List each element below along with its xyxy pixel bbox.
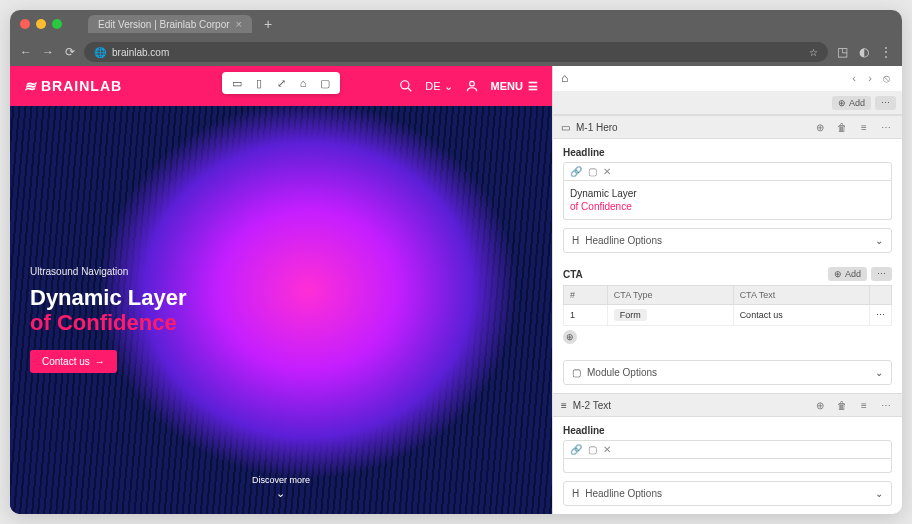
panel-actions: ⊕ Add ⋯: [553, 92, 902, 116]
panel-action-icon[interactable]: ›: [862, 72, 878, 84]
headline-text-line2: of Confidence: [570, 200, 885, 213]
delete-icon[interactable]: 🗑: [834, 400, 850, 411]
module-header[interactable]: ▭ M-1 Hero ⊕ 🗑 ≡ ⋯: [553, 115, 902, 139]
option-label: Headline Options: [585, 235, 662, 246]
cta-text-cell[interactable]: Contact us: [733, 305, 869, 326]
device-tablet-icon[interactable]: ▯: [252, 76, 266, 90]
rte-toolbar: 🔗 ▢ ✕: [563, 440, 892, 459]
device-desktop-icon[interactable]: ▭: [230, 76, 244, 90]
profile-icon[interactable]: ◐: [856, 44, 872, 60]
chevron-down-icon: ⌄: [875, 488, 883, 499]
col-type: CTA Type: [607, 286, 733, 305]
menu-label: MENU: [491, 80, 523, 92]
rte-link-icon[interactable]: 🔗: [570, 444, 582, 455]
module-header[interactable]: ≡ M-2 Text ⊕ 🗑 ≡ ⋯: [553, 393, 902, 417]
add-label: Add: [849, 98, 865, 108]
maximize-window[interactable]: [52, 19, 62, 29]
back-icon[interactable]: ←: [18, 44, 34, 60]
close-window[interactable]: [20, 19, 30, 29]
titlebar: Edit Version | Brainlab Corpor × +: [10, 10, 902, 38]
more-icon[interactable]: ⋯: [875, 96, 896, 110]
discover-label: Discover more: [252, 475, 310, 485]
headline-input[interactable]: Dynamic Layer of Confidence: [563, 181, 892, 220]
module-name: M-1 Hero: [576, 122, 618, 133]
add-label: Add: [845, 269, 861, 279]
cta-section-header: CTA ⊕ Add ⋯: [563, 267, 892, 281]
tab-title: Edit Version | Brainlab Corpor: [98, 19, 230, 30]
rte-clear-icon[interactable]: ✕: [603, 166, 611, 177]
headline-options-toggle[interactable]: H Headline Options ⌄: [563, 228, 892, 253]
module-options-toggle[interactable]: ▢ Module Options ⌄: [563, 360, 892, 385]
module-icon: ▢: [572, 367, 581, 378]
add-cta-button[interactable]: ⊕ Add: [828, 267, 867, 281]
more-icon[interactable]: ⋯: [871, 267, 892, 281]
stop-icon[interactable]: ⦸: [878, 72, 894, 85]
duplicate-icon[interactable]: ⊕: [812, 400, 828, 411]
language-selector[interactable]: DE ⌄: [425, 80, 452, 93]
device-fullscreen-icon[interactable]: ⤢: [274, 76, 288, 90]
home-icon[interactable]: ⌂: [561, 71, 568, 85]
hamburger-icon: ☰: [528, 80, 538, 93]
plus-icon: ⊕: [834, 269, 842, 279]
more-icon[interactable]: ⋯: [878, 122, 894, 133]
headline-options-toggle[interactable]: H Headline Options ⌄: [563, 481, 892, 506]
address-field[interactable]: 🌐 brainlab.com ☆: [84, 42, 828, 62]
page-preview: ▭ ▯ ⤢ ⌂ ▢ ≋ BRAINLAB DE ⌄: [10, 66, 552, 514]
extension-icon[interactable]: ◳: [834, 44, 850, 60]
row-more-icon[interactable]: ⋯: [870, 305, 892, 326]
minimize-window[interactable]: [36, 19, 46, 29]
rte-format-icon[interactable]: ▢: [588, 166, 597, 177]
chevron-down-icon: ⌄: [252, 487, 310, 500]
reload-icon[interactable]: ⟳: [62, 44, 78, 60]
menu-button[interactable]: MENU ☰: [491, 80, 538, 93]
field-label: Headline: [563, 147, 892, 158]
cta-type-tag[interactable]: Form: [614, 309, 647, 321]
table-row[interactable]: 1 Form Contact us ⋯: [564, 305, 892, 326]
hero-eyebrow: Ultrasound Navigation: [30, 266, 187, 277]
svg-line-1: [408, 88, 412, 92]
hero-cta-button[interactable]: Contact us →: [30, 350, 117, 373]
headline-line2: of Confidence: [30, 310, 187, 335]
forward-icon[interactable]: →: [40, 44, 56, 60]
headline-input[interactable]: [563, 459, 892, 473]
rte-link-icon[interactable]: 🔗: [570, 166, 582, 177]
chevron-down-icon: ⌄: [875, 367, 883, 378]
cta-table: # CTA Type CTA Text 1 Form Contact us ⋯: [563, 285, 892, 326]
brand-logo[interactable]: ≋ BRAINLAB: [24, 78, 122, 94]
rte-format-icon[interactable]: ▢: [588, 444, 597, 455]
cta-label: Contact us: [42, 356, 90, 367]
browser-tab[interactable]: Edit Version | Brainlab Corpor ×: [88, 15, 252, 33]
panel-action-icon[interactable]: ‹: [846, 72, 862, 84]
more-icon[interactable]: ⋯: [878, 400, 894, 411]
module-body: Headline 🔗 ▢ ✕ Dynamic Layer of Confiden…: [553, 139, 902, 393]
browser-window: Edit Version | Brainlab Corpor × + ← → ⟳…: [10, 10, 902, 514]
reorder-icon[interactable]: ≡: [856, 400, 872, 411]
duplicate-icon[interactable]: ⊕: [812, 122, 828, 133]
col-text: CTA Text: [733, 286, 869, 305]
menu-dots-icon[interactable]: ⋮: [878, 44, 894, 60]
url-bar: ← → ⟳ 🌐 brainlab.com ☆ ◳ ◐ ⋮: [10, 38, 902, 66]
col-index: #: [564, 286, 608, 305]
new-tab-button[interactable]: +: [264, 16, 272, 32]
device-preview-bar: ▭ ▯ ⤢ ⌂ ▢: [222, 72, 340, 94]
arrow-right-icon: →: [95, 356, 105, 367]
language-label: DE: [425, 80, 440, 92]
device-mobile-icon[interactable]: ▢: [318, 76, 332, 90]
heading-icon: H: [572, 488, 579, 499]
plus-icon: ⊕: [838, 98, 846, 108]
add-module-button[interactable]: ⊕ Add: [832, 96, 871, 110]
device-laptop-icon[interactable]: ⌂: [296, 76, 310, 90]
search-icon[interactable]: [397, 79, 415, 93]
delete-icon[interactable]: 🗑: [834, 122, 850, 133]
headline-text-line1: Dynamic Layer: [570, 187, 885, 200]
panel-topbar: ⌂ ‹ › ⦸: [553, 66, 902, 92]
user-icon[interactable]: [463, 79, 481, 93]
option-label: Headline Options: [585, 488, 662, 499]
rte-clear-icon[interactable]: ✕: [603, 444, 611, 455]
close-tab-icon[interactable]: ×: [236, 18, 242, 30]
site-info-icon[interactable]: 🌐: [94, 47, 106, 58]
add-row-button[interactable]: ⊕: [563, 330, 577, 344]
discover-more[interactable]: Discover more ⌄: [252, 475, 310, 500]
bookmark-icon[interactable]: ☆: [809, 47, 818, 58]
reorder-icon[interactable]: ≡: [856, 122, 872, 133]
